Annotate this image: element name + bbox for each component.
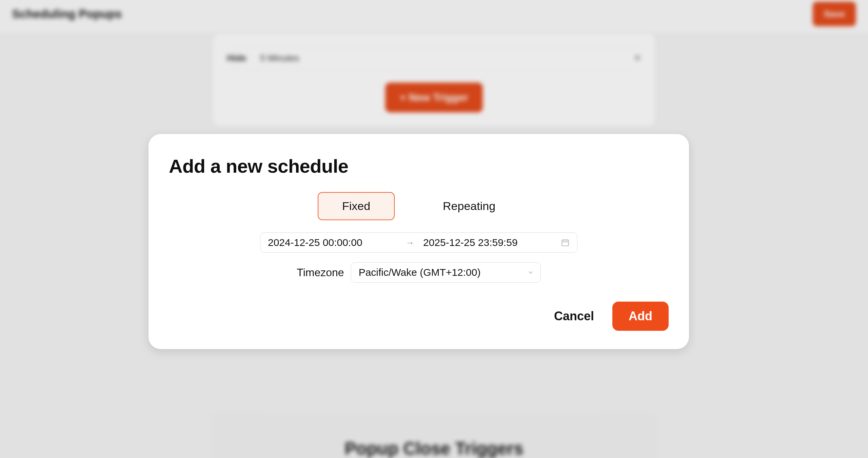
timezone-select[interactable]: Pacific/Wake (GMT+12:00) [351,262,541,283]
tab-fixed[interactable]: Fixed [318,192,395,220]
add-schedule-modal: Add a new schedule Fixed Repeating → Tim… [149,134,689,349]
modal-title: Add a new schedule [169,155,669,177]
cancel-button[interactable]: Cancel [554,309,594,323]
schedule-type-tabs: Fixed Repeating [169,192,669,220]
timezone-label: Timezone [297,266,344,279]
arrow-right-icon: → [406,237,414,248]
timezone-selected-value: Pacific/Wake (GMT+12:00) [359,267,481,278]
date-range-picker[interactable]: → [260,232,577,253]
start-datetime-input[interactable] [268,237,397,248]
svg-rect-0 [562,240,569,246]
add-button[interactable]: Add [612,302,669,331]
calendar-icon [561,238,570,247]
tab-repeating[interactable]: Repeating [418,192,520,220]
end-datetime-input[interactable] [423,237,552,248]
chevron-down-icon [527,269,534,276]
